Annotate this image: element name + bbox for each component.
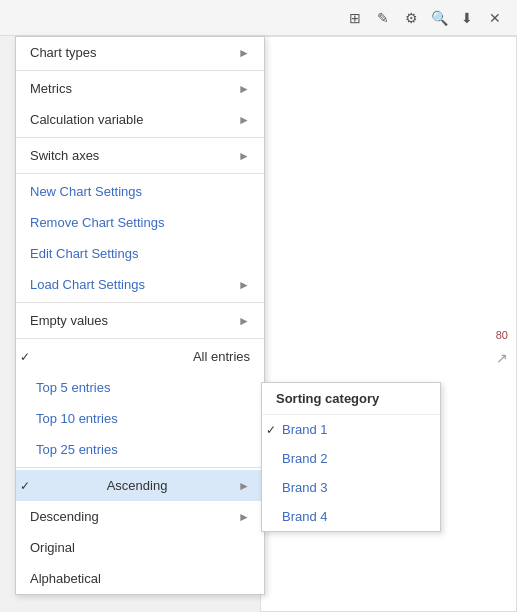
menu-label-new-chart-settings: New Chart Settings <box>30 184 142 199</box>
menu-item-calculation-variable[interactable]: Calculation variable ► <box>16 104 264 135</box>
menu-label-chart-types: Chart types <box>30 45 96 60</box>
submenu-item-brand-2[interactable]: Brand 2 <box>262 444 440 473</box>
menu-label-descending: Descending <box>30 509 99 524</box>
submenu-item-brand-1[interactable]: Brand 1 <box>262 415 440 444</box>
table-icon[interactable]: ⊞ <box>343 6 367 30</box>
menu-item-top-5[interactable]: Top 5 entries <box>16 372 264 403</box>
menu-label-all-entries: All entries <box>193 349 250 364</box>
chevron-right-icon-metrics: ► <box>238 82 250 96</box>
menu-item-alphabetical[interactable]: Alphabetical <box>16 563 264 594</box>
menu-item-load-chart-settings[interactable]: Load Chart Settings ► <box>16 269 264 300</box>
menu-label-switch-axes: Switch axes <box>30 148 99 163</box>
chart-arrow-icon: ↗ <box>496 350 508 366</box>
chevron-right-icon-calc: ► <box>238 113 250 127</box>
menu-label-ascending: Ascending <box>107 478 168 493</box>
dropdown-menu: Chart types ► Metrics ► Calculation vari… <box>15 36 265 595</box>
settings-icon[interactable]: ⚙ <box>399 6 423 30</box>
menu-label-alphabetical: Alphabetical <box>30 571 101 586</box>
menu-label-metrics: Metrics <box>30 81 72 96</box>
close-icon[interactable]: ✕ <box>483 6 507 30</box>
download-icon[interactable]: ⬇ <box>455 6 479 30</box>
menu-item-original[interactable]: Original <box>16 532 264 563</box>
separator-6 <box>16 467 264 468</box>
edit-icon[interactable]: ✎ <box>371 6 395 30</box>
menu-label-load-chart-settings: Load Chart Settings <box>30 277 145 292</box>
submenu-label-brand-1: Brand 1 <box>282 422 328 437</box>
submenu-label-brand-3: Brand 3 <box>282 480 328 495</box>
separator-4 <box>16 302 264 303</box>
submenu-label-brand-4: Brand 4 <box>282 509 328 524</box>
menu-item-metrics[interactable]: Metrics ► <box>16 73 264 104</box>
menu-item-ascending[interactable]: Ascending ► <box>16 470 264 501</box>
menu-label-remove-chart-settings: Remove Chart Settings <box>30 215 164 230</box>
menu-label-original: Original <box>30 540 75 555</box>
menu-item-top-25[interactable]: Top 25 entries <box>16 434 264 465</box>
submenu-item-brand-4[interactable]: Brand 4 <box>262 502 440 531</box>
menu-item-top-10[interactable]: Top 10 entries <box>16 403 264 434</box>
chart-value-label: 80 <box>496 329 508 341</box>
menu-item-all-entries[interactable]: All entries <box>16 341 264 372</box>
menu-item-empty-values[interactable]: Empty values ► <box>16 305 264 336</box>
submenu-label-brand-2: Brand 2 <box>282 451 328 466</box>
menu-label-empty-values: Empty values <box>30 313 108 328</box>
separator-2 <box>16 137 264 138</box>
toolbar: ⊞ ✎ ⚙ 🔍 ⬇ ✕ <box>0 0 517 36</box>
chevron-right-icon-ascending: ► <box>238 479 250 493</box>
menu-item-remove-chart-settings[interactable]: Remove Chart Settings <box>16 207 264 238</box>
submenu-title: Sorting category <box>262 383 440 415</box>
separator-3 <box>16 173 264 174</box>
chevron-right-icon-axes: ► <box>238 149 250 163</box>
separator-1 <box>16 70 264 71</box>
submenu-sorting-category: Sorting category Brand 1 Brand 2 Brand 3… <box>261 382 441 532</box>
chevron-right-icon-load: ► <box>238 278 250 292</box>
menu-label-top-10: Top 10 entries <box>36 411 118 426</box>
menu-label-edit-chart-settings: Edit Chart Settings <box>30 246 138 261</box>
menu-label-top-5: Top 5 entries <box>36 380 110 395</box>
chevron-right-icon-empty: ► <box>238 314 250 328</box>
chevron-right-icon-descending: ► <box>238 510 250 524</box>
menu-item-edit-chart-settings[interactable]: Edit Chart Settings <box>16 238 264 269</box>
menu-item-new-chart-settings[interactable]: New Chart Settings <box>16 176 264 207</box>
menu-item-descending[interactable]: Descending ► <box>16 501 264 532</box>
zoom-icon[interactable]: 🔍 <box>427 6 451 30</box>
menu-item-chart-types[interactable]: Chart types ► <box>16 37 264 68</box>
menu-label-calculation-variable: Calculation variable <box>30 112 143 127</box>
chevron-right-icon: ► <box>238 46 250 60</box>
submenu-item-brand-3[interactable]: Brand 3 <box>262 473 440 502</box>
menu-label-top-25: Top 25 entries <box>36 442 118 457</box>
menu-item-switch-axes[interactable]: Switch axes ► <box>16 140 264 171</box>
separator-5 <box>16 338 264 339</box>
